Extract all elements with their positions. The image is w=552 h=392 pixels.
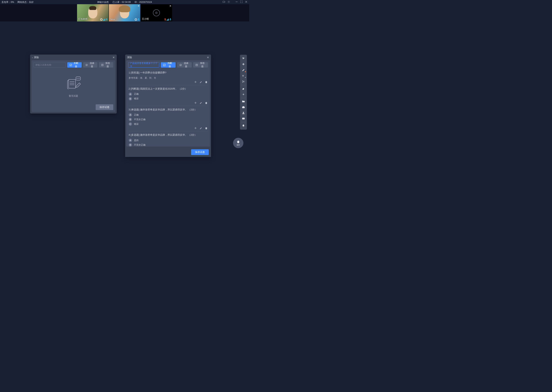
user-icon[interactable] [241, 110, 246, 116]
text-tool-icon[interactable]: T [241, 73, 246, 78]
svg-point-0 [228, 1, 229, 2]
option-row[interactable]: B错误 [129, 97, 208, 100]
add-choice-button[interactable]: 选择题 [177, 62, 192, 68]
add-judge-button[interactable]: 判断题 [67, 62, 82, 68]
elapsed-time: 已上课：02:34:09 [113, 0, 131, 4]
video-label: Nina [110, 18, 115, 21]
svg-point-20 [78, 78, 79, 79]
question-stem: 3 [单选题] 施华洛世奇是反华品牌，所以梁鼎琪反华。 （2分） [129, 108, 208, 112]
svg-point-19 [77, 78, 77, 79]
save-paper-button[interactable]: 保存试卷 [96, 104, 113, 110]
save-paper-button[interactable]: 保存试卷 [191, 149, 209, 155]
signal-icon [167, 19, 169, 21]
option-text: 错误 [134, 97, 138, 100]
video-tile-student-1[interactable]: ✕ Nina [109, 4, 140, 21]
panel-title: 测验 [127, 56, 207, 59]
mic-icon [169, 18, 171, 21]
svg-rect-3 [138, 18, 139, 20]
tool-sidebar: T [240, 55, 247, 130]
bell-icon[interactable] [241, 123, 246, 128]
edit-icon[interactable] [200, 102, 202, 104]
signal-icon [103, 19, 105, 21]
close-icon[interactable]: ✕ [207, 56, 209, 59]
add-choice-button[interactable]: 选择题 [83, 62, 98, 68]
cursor-tool-icon[interactable] [241, 56, 246, 61]
mic-icon [106, 18, 108, 21]
top-bar: 丢包率：0% 网络状态：良好 神秘大自然 已上课：02:34:09 ID：202… [0, 0, 249, 4]
option-key: B [129, 118, 132, 121]
option-text: 是的 [134, 139, 138, 142]
video-row: 叮当老师 ✕ Nina ✕ 王小明 [0, 4, 249, 21]
empty-state: 暂无试题 [32, 69, 115, 104]
video-close-icon[interactable]: ✕ [169, 5, 171, 7]
paper-name-display[interactable]: 产品说试卷名称最多十六个字 [128, 62, 159, 68]
eraser-tool-icon[interactable] [241, 86, 246, 91]
back-icon[interactable]: ‹ [32, 56, 33, 59]
add-short-answer-button[interactable]: 简答题 [99, 62, 113, 68]
raise-hand-button[interactable]: 0/2 [233, 138, 243, 148]
packet-loss: 丢包率：0% [1, 0, 14, 4]
option-row[interactable]: C错误 [129, 122, 208, 126]
camera-off-icon [153, 9, 160, 16]
add-judge-button[interactable]: 判断题 [161, 62, 175, 68]
question-list[interactable]: 1 [简答题] 一年四季分别是哪四季?参考答案：春、夏、秋、冬 2 [判断题] … [126, 69, 210, 147]
question-stem: 1 [简答题] 一年四季分别是哪四季? [129, 71, 208, 75]
option-row[interactable]: B不完全正确 [129, 118, 208, 121]
close-icon[interactable] [245, 0, 248, 4]
option-row[interactable]: B不完全正确 [129, 143, 208, 147]
hand-count: 0/2 [237, 144, 240, 146]
laser-tool-icon[interactable] [241, 92, 246, 97]
delete-icon[interactable] [205, 127, 208, 130]
settings-icon[interactable] [227, 0, 230, 4]
paper-name-input[interactable] [34, 62, 66, 68]
toolbox-icon[interactable] [241, 105, 246, 110]
delete-icon[interactable] [205, 81, 208, 84]
camera-toggle-icon[interactable] [223, 0, 225, 4]
folder-icon[interactable] [241, 99, 246, 104]
option-row[interactable]: A正确 [129, 113, 208, 117]
chat-icon[interactable] [241, 116, 246, 121]
pen-tool-icon[interactable] [241, 67, 246, 73]
video-close-icon[interactable]: ✕ [138, 5, 139, 7]
question-item: 1 [简答题] 一年四季分别是哪四季?参考答案：春、夏、秋、冬 [129, 69, 208, 85]
video-tile-teacher[interactable]: 叮当老师 [77, 4, 109, 21]
move-tool-icon[interactable] [241, 62, 246, 67]
edit-icon[interactable] [200, 127, 202, 130]
video-tile-student-2[interactable]: ✕ 王小明 [141, 4, 172, 21]
question-stem: 4 [多选题] 施华洛世奇是反华品牌，所以梁鼎琪反华。 （2分） [129, 133, 208, 137]
option-text: 正确 [134, 92, 138, 96]
option-text: 不完全正确 [134, 118, 145, 121]
svg-rect-11 [102, 64, 103, 66]
question-actions [129, 102, 208, 104]
delete-icon[interactable] [205, 102, 208, 104]
move-icon[interactable] [194, 102, 197, 104]
close-icon[interactable]: ✕ [113, 56, 115, 59]
option-text: 错误 [134, 123, 138, 126]
question-actions [129, 127, 208, 130]
svg-rect-35 [243, 106, 244, 107]
add-short-answer-button[interactable]: 简答题 [193, 62, 208, 68]
mic-muted-icon [164, 18, 166, 21]
scissors-tool-icon[interactable] [241, 79, 246, 84]
svg-point-41 [243, 126, 244, 127]
svg-point-29 [244, 57, 244, 57]
fullscreen-icon[interactable] [240, 0, 243, 4]
option-row[interactable]: A正确 [129, 92, 208, 96]
move-icon[interactable] [194, 127, 197, 130]
edit-icon[interactable] [200, 81, 202, 84]
net-status: 网络状态：良好 [17, 0, 34, 4]
option-key: A [129, 113, 132, 117]
quiz-panel-editor: 测验 ✕ 产品说试卷名称最多十六个字 判断题 选择题 简答题 1 [简答题] 一… [125, 55, 211, 157]
move-icon[interactable] [194, 81, 197, 84]
svg-point-21 [79, 78, 80, 79]
minimize-icon[interactable] [235, 0, 238, 4]
svg-rect-24 [196, 64, 198, 66]
option-row[interactable]: A是的 [129, 139, 208, 142]
svg-rect-2 [106, 18, 107, 20]
option-key: B [129, 143, 132, 147]
question-item: 4 [多选题] 施华洛世奇是反华品牌，所以梁鼎琪反华。 （2分）A是的B不完全正… [129, 131, 208, 147]
panel-title: 测验 [34, 56, 113, 59]
svg-point-28 [244, 58, 244, 58]
question-item: 3 [单选题] 施华洛世奇是反华品牌，所以梁鼎琪反华。 （2分）A正确B不完全正… [129, 106, 208, 132]
empty-text: 暂无试题 [69, 94, 78, 98]
